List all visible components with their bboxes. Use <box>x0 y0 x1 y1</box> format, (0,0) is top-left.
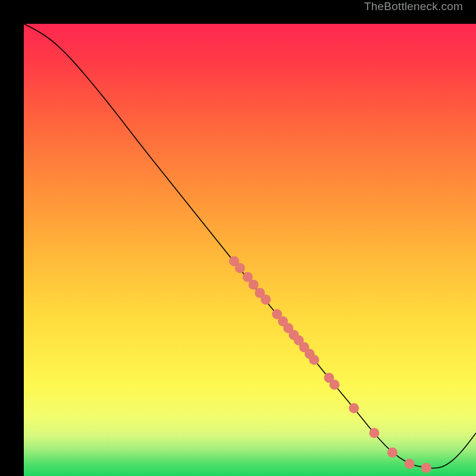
data-marker <box>369 428 380 438</box>
chart-background <box>24 24 476 476</box>
data-marker <box>309 355 319 365</box>
data-marker <box>421 463 431 473</box>
data-marker <box>405 459 415 469</box>
data-marker <box>249 280 259 290</box>
bottleneck-chart <box>24 24 476 476</box>
data-marker <box>387 447 397 458</box>
data-marker <box>261 295 271 305</box>
data-marker <box>349 403 359 414</box>
data-marker <box>330 380 340 390</box>
chart-frame <box>12 12 464 464</box>
data-marker <box>235 263 245 273</box>
watermark-label: TheBottleneck.com <box>364 0 463 13</box>
